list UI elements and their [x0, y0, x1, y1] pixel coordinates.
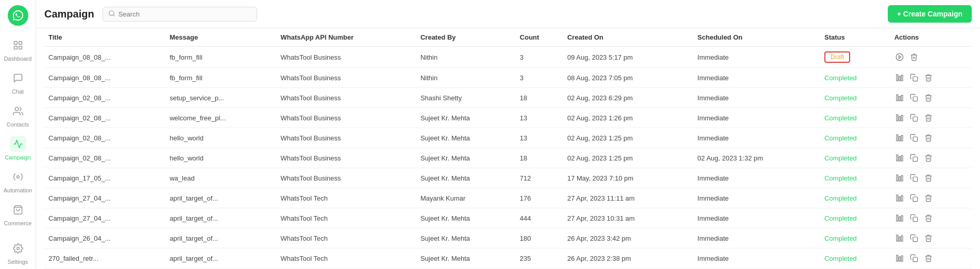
cell-scheduled-on: Immediate [694, 128, 820, 148]
svg-rect-46 [901, 236, 903, 241]
table-row: Campaign_27_04_...april_target_of...What… [44, 208, 972, 228]
copy-button[interactable] [909, 173, 919, 183]
delete-button[interactable] [923, 233, 934, 243]
actions-group [894, 93, 968, 103]
col-count: Count [516, 28, 563, 47]
copy-button[interactable] [909, 113, 919, 123]
cell-scheduled-on: Immediate [694, 188, 820, 208]
sidebar-item-dashboard[interactable]: Dashboard [0, 33, 36, 66]
stats-button[interactable] [894, 253, 905, 263]
svg-rect-3 [19, 46, 22, 49]
actions-group [894, 113, 968, 123]
cell-created-on: 26 Apr, 2023 2:38 pm [563, 248, 694, 268]
sidebar: Dashboard Chat Contacts Campaign Automat… [0, 0, 36, 269]
svg-rect-31 [913, 157, 918, 162]
sidebar-item-commerce[interactable]: Commerce [0, 198, 36, 230]
sidebar-item-contacts[interactable]: Contacts [0, 99, 36, 132]
cell-created-on: 26 Apr, 2023 3:42 pm [563, 228, 694, 248]
stats-button[interactable] [894, 153, 905, 163]
sidebar-item-campaign[interactable]: Campaign [0, 132, 36, 165]
sidebar-item-settings-label: Settings [8, 259, 28, 265]
delete-button[interactable] [909, 52, 919, 62]
cell-title: Campaign_02_08_... [44, 88, 165, 108]
stats-button[interactable] [894, 133, 905, 143]
cell-title: Campaign_27_04_... [44, 188, 165, 208]
cell-scheduled-on: Immediate [694, 88, 820, 108]
svg-rect-19 [913, 97, 918, 101]
copy-button[interactable] [909, 233, 919, 243]
svg-rect-36 [897, 195, 898, 201]
play-button[interactable] [894, 52, 905, 62]
search-input[interactable] [119, 10, 251, 18]
delete-button[interactable] [923, 113, 934, 123]
delete-button[interactable] [923, 153, 934, 163]
svg-rect-22 [901, 115, 903, 121]
svg-rect-1 [19, 42, 22, 45]
svg-marker-11 [899, 56, 901, 58]
page-title: Campaign [44, 8, 94, 20]
svg-rect-45 [899, 237, 900, 241]
cell-status: Completed [820, 108, 890, 128]
cell-count: 18 [516, 148, 563, 168]
col-status: Status [820, 28, 890, 47]
copy-button[interactable] [909, 193, 919, 203]
actions-group [894, 133, 968, 143]
delete-button[interactable] [923, 213, 934, 223]
col-title: Title [44, 28, 165, 47]
sidebar-item-automation[interactable]: Automation [0, 165, 36, 198]
delete-button[interactable] [923, 253, 934, 263]
cell-api-number: WhatsTool Tech [276, 188, 416, 208]
cell-message: april_target_of... [165, 188, 276, 208]
stats-button[interactable] [894, 233, 905, 243]
svg-rect-44 [897, 235, 898, 241]
delete-button[interactable] [923, 73, 934, 83]
copy-button[interactable] [909, 253, 919, 263]
svg-rect-29 [899, 156, 900, 161]
actions-group [894, 52, 968, 62]
cell-scheduled-on: Immediate [694, 47, 820, 68]
stats-button[interactable] [894, 73, 905, 83]
sidebar-item-dashboard-label: Dashboard [4, 56, 32, 62]
header: Campaign + Create Campaign [36, 0, 980, 28]
cell-scheduled-on: Immediate [694, 248, 820, 268]
cell-created-by: Nithin [416, 47, 516, 68]
cell-actions [890, 88, 972, 108]
campaign-table: Title Message WhatsApp API Number Create… [44, 28, 972, 268]
svg-rect-18 [901, 95, 903, 101]
col-created-on: Created On [563, 28, 694, 47]
stats-button[interactable] [894, 213, 905, 223]
actions-group [894, 73, 968, 83]
svg-rect-34 [901, 175, 903, 181]
main-content: Campaign + Create Campaign Title Message… [36, 0, 980, 269]
sidebar-item-settings[interactable]: Settings [0, 236, 36, 269]
cell-status: Completed [820, 248, 890, 268]
cell-scheduled-on: Immediate [694, 228, 820, 248]
cell-api-number: WhatsTool Business [276, 108, 416, 128]
copy-button[interactable] [909, 213, 919, 223]
copy-button[interactable] [909, 93, 919, 103]
actions-group [894, 213, 968, 223]
svg-rect-50 [901, 256, 903, 261]
delete-button[interactable] [923, 193, 934, 203]
create-campaign-button[interactable]: + Create Campaign [888, 5, 972, 23]
sidebar-item-chat[interactable]: Chat [0, 66, 36, 99]
stats-button[interactable] [894, 93, 905, 103]
stats-button[interactable] [894, 173, 905, 183]
svg-rect-43 [913, 217, 918, 222]
delete-button[interactable] [923, 173, 934, 183]
stats-button[interactable] [894, 113, 905, 123]
svg-point-10 [896, 53, 903, 60]
svg-rect-38 [901, 195, 903, 201]
copy-button[interactable] [909, 153, 919, 163]
cell-title: Campaign_27_04_... [44, 208, 165, 228]
delete-button[interactable] [923, 93, 934, 103]
stats-button[interactable] [894, 193, 905, 203]
copy-button[interactable] [909, 133, 919, 143]
search-box[interactable] [103, 7, 257, 22]
delete-button[interactable] [923, 133, 934, 143]
copy-button[interactable] [909, 73, 919, 83]
cell-title: Campaign_08_08_... [44, 47, 165, 68]
cell-api-number: WhatsTool Business [276, 68, 416, 88]
cell-scheduled-on: Immediate [694, 108, 820, 128]
cell-created-by: Sujeet Kr. Mehta [416, 148, 516, 168]
